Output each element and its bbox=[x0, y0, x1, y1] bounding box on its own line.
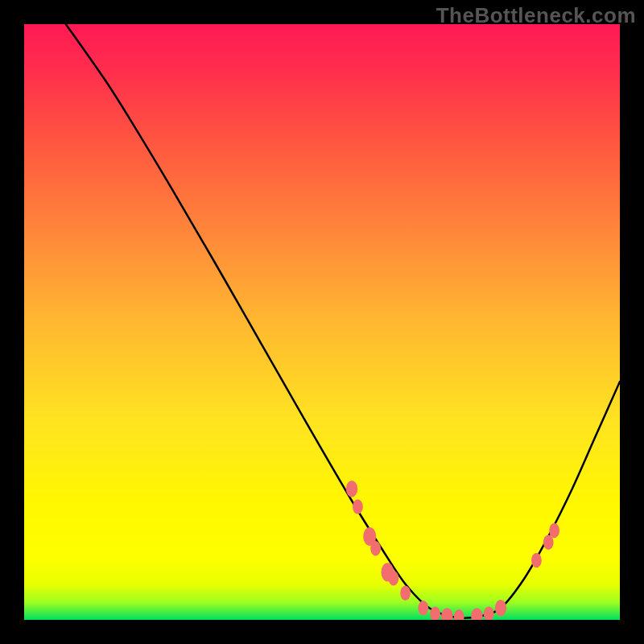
data-marker bbox=[549, 523, 559, 538]
markers-group bbox=[346, 481, 559, 620]
chart-container: TheBottleneck.com bbox=[0, 0, 644, 644]
data-marker bbox=[388, 571, 398, 585]
data-marker bbox=[418, 601, 428, 615]
data-marker bbox=[543, 535, 554, 550]
data-marker bbox=[454, 609, 464, 620]
data-marker bbox=[495, 600, 506, 617]
data-marker bbox=[400, 586, 411, 601]
plot-area bbox=[24, 24, 620, 620]
data-marker bbox=[471, 608, 482, 620]
data-marker bbox=[484, 606, 494, 620]
performance-curve bbox=[66, 24, 620, 618]
data-marker bbox=[346, 481, 357, 497]
chart-svg bbox=[24, 24, 620, 620]
data-marker bbox=[531, 553, 542, 568]
data-marker bbox=[370, 541, 381, 555]
watermark-label: TheBottleneck.com bbox=[436, 3, 636, 28]
data-marker bbox=[353, 499, 363, 514]
data-marker bbox=[441, 608, 452, 620]
